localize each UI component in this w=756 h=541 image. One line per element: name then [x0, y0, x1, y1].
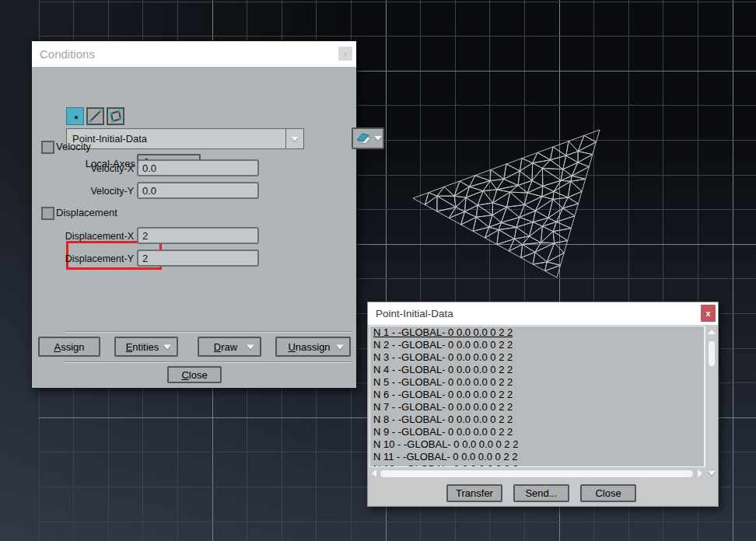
- list-item[interactable]: N 5 - -GLOBAL- 0 0.0 0.0 0 2 2: [370, 376, 704, 389]
- chevron-down-icon: [374, 136, 382, 141]
- displacement-x-field[interactable]: [137, 227, 259, 244]
- displacement-y-label: Displacement-Y: [32, 253, 134, 264]
- horizontal-scrollbar[interactable]: [369, 468, 705, 480]
- application-window: { "colors": { "accent_teal": "#2fa3ba", …: [0, 0, 756, 541]
- velocity-y-field[interactable]: [137, 182, 259, 199]
- point-condition-button[interactable]: [66, 107, 84, 125]
- pid-close-button-label: Close: [595, 487, 621, 499]
- velocity-checkbox[interactable]: [41, 141, 54, 154]
- list-item[interactable]: N 2 - -GLOBAL- 0 0.0 0.0 0 2 2: [370, 339, 704, 351]
- list-item[interactable]: N 3 - -GLOBAL- 0 0.0 0.0 0 2 2: [370, 351, 704, 364]
- pid-titlebar[interactable]: Point-Initial-Data x: [368, 302, 718, 325]
- condition-select[interactable]: Point-Initial-Data: [66, 128, 304, 149]
- horizontal-scroll-thumb[interactable]: [380, 470, 693, 477]
- unassign-button-label: Unassign: [288, 341, 330, 353]
- list-item[interactable]: N 8 - -GLOBAL- 0 0.0 0.0 0 2 2: [370, 414, 704, 426]
- conditions-close-action-button[interactable]: Close: [167, 366, 222, 383]
- velocity-x-label: Velocity-X: [32, 163, 134, 174]
- unassign-button[interactable]: Unassign: [275, 337, 351, 357]
- displacement-checkbox[interactable]: [41, 207, 54, 220]
- list-item[interactable]: N 10 - -GLOBAL- 0 0.0 0.0 0 2 2: [370, 438, 704, 451]
- transfer-button[interactable]: Transfer: [446, 484, 502, 502]
- transfer-button-label: Transfer: [456, 487, 493, 499]
- pid-list[interactable]: N 1 - -GLOBAL- 0 0.0 0.0 0 2 2N 2 - -GLO…: [369, 326, 705, 467]
- pid-close-action-button[interactable]: Close: [580, 484, 636, 502]
- point-icon: [75, 116, 78, 119]
- entities-button-label: Entities: [126, 341, 159, 353]
- conditions-dialog: Conditions x Point-Initial-Data: [31, 40, 357, 389]
- layer-icon: [355, 131, 372, 146]
- vertical-scroll-thumb[interactable]: [709, 341, 715, 366]
- vertical-scrollbar[interactable]: [705, 326, 717, 467]
- send-button-label: Send...: [525, 487, 557, 499]
- line-icon: [88, 109, 103, 124]
- draw-button[interactable]: Draw: [198, 337, 261, 357]
- line-condition-button[interactable]: [86, 107, 104, 125]
- conditions-titlebar[interactable]: Conditions x: [32, 41, 356, 67]
- assign-button-label: Assign: [54, 341, 84, 353]
- scroll-left-icon[interactable]: [372, 469, 376, 477]
- separator: [65, 331, 352, 333]
- scroll-right-icon[interactable]: [698, 469, 702, 477]
- scroll-up-icon[interactable]: [708, 330, 716, 334]
- condition-style-button[interactable]: [352, 127, 384, 149]
- list-item[interactable]: N 7 - -GLOBAL- 0 0.0 0.0 0 2 2: [370, 401, 704, 414]
- velocity-label: Velocity: [56, 141, 91, 152]
- list-item[interactable]: N 6 - -GLOBAL- 0 0.0 0.0 0 2 2: [370, 389, 704, 401]
- list-item[interactable]: N 4 - -GLOBAL- 0 0.0 0.0 0 2 2: [370, 364, 704, 376]
- draw-button-label: Draw: [214, 341, 237, 353]
- velocity-y-label: Velocity-Y: [32, 186, 134, 197]
- displacement-y-field[interactable]: [137, 250, 259, 267]
- condition-select-value: Point-Initial-Data: [67, 133, 285, 145]
- separator: [65, 361, 352, 363]
- chevron-down-icon: [336, 345, 344, 350]
- chevron-down-icon: [247, 345, 254, 350]
- chevron-down-icon: [163, 345, 171, 350]
- conditions-close-button[interactable]: x: [338, 47, 352, 61]
- triangle-mesh: [413, 130, 600, 277]
- surface-condition-button[interactable]: [107, 107, 124, 125]
- point-initial-data-window: Point-Initial-Data x N 1 - -GLOBAL- 0 0.…: [367, 302, 719, 507]
- entities-button[interactable]: Entities: [114, 337, 178, 357]
- chevron-down-icon: [291, 137, 299, 141]
- pid-title: Point-Initial-Data: [376, 308, 453, 319]
- displacement-label: Displacement: [56, 207, 117, 218]
- list-item[interactable]: N 9 - -GLOBAL- 0 0.0 0.0 0 2 2: [370, 426, 704, 438]
- scroll-down-icon[interactable]: [708, 471, 716, 476]
- displacement-x-label: Displacement-X: [32, 231, 134, 242]
- send-button[interactable]: Send...: [513, 484, 569, 502]
- conditions-title: Conditions: [40, 47, 95, 61]
- pid-close-button[interactable]: x: [701, 305, 716, 322]
- close-button-label: Close: [181, 369, 207, 381]
- list-item[interactable]: N 12 - -GLOBAL- 0 0.0 0.0 0 2 2: [370, 463, 704, 467]
- list-item[interactable]: N 11 - -GLOBAL- 0 0.0 0.0 0 2 2: [370, 451, 704, 463]
- surface-icon: [108, 109, 123, 124]
- condition-select-arrow[interactable]: [285, 129, 303, 148]
- velocity-x-field[interactable]: [137, 159, 259, 176]
- list-item[interactable]: N 1 - -GLOBAL- 0 0.0 0.0 0 2 2: [370, 326, 704, 339]
- assign-button[interactable]: Assign: [38, 337, 100, 357]
